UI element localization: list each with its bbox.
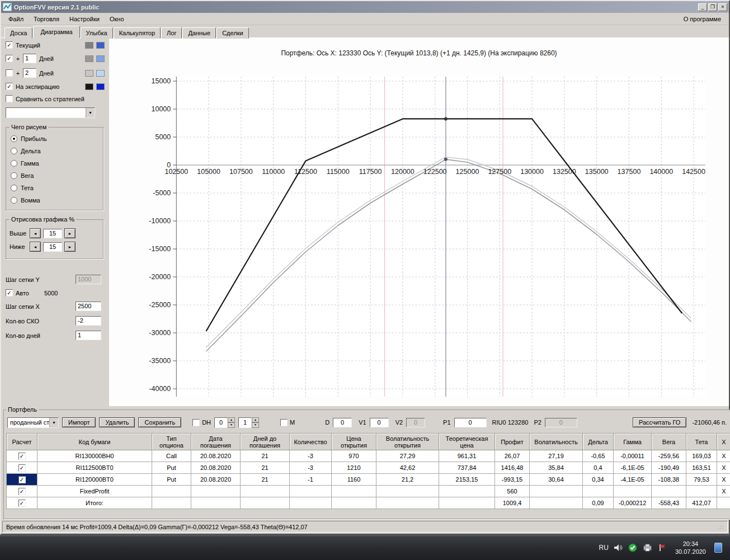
clock[interactable]: 20:34 30.07.2020 (672, 540, 709, 556)
menu-about[interactable]: О программе (678, 14, 727, 24)
draw-option-theta[interactable]: Тета (10, 182, 100, 194)
radio-delta[interactable] (11, 148, 17, 154)
row-check-cell[interactable] (7, 450, 37, 462)
radio-profit[interactable] (11, 135, 17, 142)
color-swatch[interactable] (96, 42, 105, 49)
row-check-cell[interactable] (7, 474, 37, 486)
range-input-1[interactable]: 15 (43, 242, 62, 252)
color-swatch[interactable] (85, 70, 93, 77)
auto-checkbox[interactable] (6, 289, 13, 297)
days-input[interactable]: 1 (76, 331, 101, 340)
spinner-up-icon[interactable]: ▲ (228, 417, 235, 423)
table-row-4[interactable]: Итого:1009,40,09-0,000212-558,43412,07 (7, 497, 730, 509)
days-offset-input-1[interactable]: 1 (23, 54, 36, 63)
menu-trading[interactable]: Торговля (29, 14, 64, 24)
tab-board[interactable]: Доска (4, 27, 32, 39)
save-button[interactable]: Сохранить (138, 417, 181, 427)
tab-data[interactable]: Данные (182, 27, 216, 39)
table-row-3[interactable]: FixedProfit560X (7, 486, 730, 497)
draw-option-vomma[interactable]: Вомма (10, 194, 100, 206)
spinner-up-icon[interactable]: ▲ (252, 417, 259, 423)
row-check-cell[interactable] (7, 497, 37, 509)
menu-file[interactable]: Файл (3, 14, 29, 24)
tab-diagram[interactable]: Диаграмма (33, 26, 79, 38)
range-decrease-button[interactable]: ◄ (30, 228, 41, 238)
range-input-0[interactable]: 15 (43, 229, 62, 238)
days-offset-input-2[interactable]: 2 (23, 68, 36, 78)
radio-vomma[interactable] (11, 197, 17, 204)
range-increase-button[interactable]: ► (64, 242, 76, 252)
row-checkbox[interactable] (18, 464, 26, 472)
row-close-button[interactable]: X (717, 474, 730, 486)
volume-icon[interactable] (614, 543, 623, 552)
close-button[interactable]: × (718, 3, 727, 11)
resize-grip[interactable]: .:: (718, 524, 724, 530)
draw-option-profit[interactable]: Прибыль (10, 133, 100, 145)
delete-button[interactable]: Удалить (99, 417, 135, 427)
chevron-down-icon[interactable]: ▼ (49, 418, 58, 427)
row-close-button[interactable]: X (717, 462, 730, 474)
row-checkbox[interactable] (18, 488, 26, 495)
radio-vega[interactable] (11, 172, 17, 179)
color-swatch[interactable] (85, 55, 93, 62)
draw-option-gamma[interactable]: Гамма (10, 157, 100, 170)
table-row-0[interactable]: RI130000BH0Call20.08.202021-397027,29961… (7, 450, 730, 462)
series-checkbox-0[interactable] (6, 41, 13, 49)
dh-spinner-1-value[interactable]: 0 (214, 417, 228, 428)
status-ok-icon[interactable] (628, 543, 638, 552)
row-check-cell[interactable] (7, 486, 37, 497)
color-swatch[interactable] (85, 42, 93, 49)
radio-theta[interactable] (11, 185, 17, 191)
series-checkbox-2[interactable] (6, 69, 13, 77)
flag-tray-icon[interactable] (657, 543, 667, 552)
row-check-cell[interactable] (7, 462, 37, 474)
series-checkbox-1[interactable] (6, 55, 13, 62)
row-checkbox[interactable] (18, 500, 26, 507)
color-swatch[interactable] (85, 83, 93, 90)
row-close-button[interactable]: X (717, 450, 730, 462)
range-decrease-button[interactable]: ◄ (30, 242, 41, 252)
table-row-1[interactable]: RI112500BT0Put20.08.202021-3121042,62737… (7, 462, 730, 474)
printer-tray-icon[interactable] (643, 543, 652, 552)
grid-x-input[interactable]: 2500 (76, 302, 101, 311)
sko-input[interactable]: -2 (76, 316, 101, 326)
dh-spinner-1[interactable]: 0 ▲▼ (214, 417, 235, 428)
series-checkbox-3[interactable] (6, 83, 13, 90)
tab-log[interactable]: Лог (161, 27, 182, 39)
menu-window[interactable]: Окно (105, 14, 129, 24)
language-indicator[interactable]: RU (599, 544, 609, 552)
tab-calculator[interactable]: Калькулятор (114, 27, 161, 39)
portfolio-strategy-select[interactable]: проданный ст ▼ (7, 417, 59, 428)
import-button[interactable]: Импорт (62, 417, 96, 427)
strategy-dropdown[interactable]: ▼ (6, 107, 95, 118)
menu-settings[interactable]: Настройки (64, 14, 105, 24)
minimize-button[interactable]: _ (698, 3, 707, 11)
dh-checkbox[interactable] (192, 419, 200, 426)
show-desktop-icon[interactable] (714, 543, 722, 553)
series-checkbox-4[interactable] (6, 95, 13, 102)
draw-option-delta[interactable]: Дельта (10, 145, 100, 157)
dh-spinner-2-value[interactable]: 1 (238, 417, 252, 428)
row-checkbox[interactable] (18, 476, 26, 483)
row-close-button[interactable]: X (717, 486, 730, 497)
d-input[interactable]: 0 (333, 418, 352, 427)
p1-input[interactable]: 0 (454, 418, 487, 427)
calc-margin-button[interactable]: Рассчитать ГО (633, 417, 686, 427)
m-checkbox[interactable] (280, 419, 288, 426)
draw-option-vega[interactable]: Вега (10, 170, 100, 182)
dh-spinner-2[interactable]: 1 ▲▼ (238, 417, 259, 428)
table-row-2[interactable]: RI120000BT0Put20.08.202021-1116021,22153… (7, 474, 730, 486)
color-swatch[interactable] (96, 83, 105, 90)
color-swatch[interactable] (96, 70, 105, 77)
radio-gamma[interactable] (11, 160, 17, 167)
maximize-button[interactable]: ❐ (708, 3, 717, 11)
spinner-down-icon[interactable]: ▼ (228, 422, 235, 428)
tab-deals[interactable]: Сделки (216, 27, 249, 39)
spinner-down-icon[interactable]: ▼ (252, 422, 259, 428)
chevron-down-icon[interactable]: ▼ (86, 108, 95, 117)
row-checkbox[interactable] (18, 453, 26, 460)
range-increase-button[interactable]: ► (64, 228, 76, 238)
color-swatch[interactable] (96, 55, 105, 62)
tab-smile[interactable]: Улыбка (81, 27, 113, 39)
v1-input[interactable]: 0 (370, 418, 389, 427)
